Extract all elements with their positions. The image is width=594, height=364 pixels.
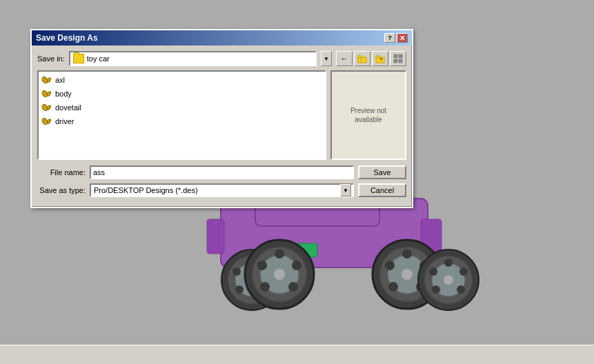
file-name-driver: driver	[55, 117, 75, 125]
file-name-axl: axl	[55, 76, 65, 84]
svg-point-36	[257, 261, 267, 270]
view-icon: ▼	[393, 54, 403, 63]
svg-point-27	[232, 267, 241, 276]
up-folder-button[interactable]: ↑	[354, 51, 370, 66]
svg-point-59	[47, 119, 52, 124]
list-item[interactable]: driver	[40, 114, 324, 128]
type-select-value: Pro/DESKTOP Designs (*.des)	[92, 186, 340, 194]
svg-text:▼: ▼	[402, 56, 403, 61]
title-bar-title-area: Save Design As	[36, 33, 98, 43]
svg-point-55	[47, 91, 52, 97]
save-as-type-row: Save as type: Pro/DESKTOP Designs (*.des…	[37, 183, 406, 197]
svg-point-57	[47, 105, 52, 110]
file-icon	[41, 74, 52, 85]
file-name-label: File name:	[37, 168, 86, 176]
preview-box: Preview not available	[330, 70, 406, 160]
file-name-dovetail: dovetail	[55, 103, 81, 112]
preview-text: Preview not available	[336, 106, 401, 124]
svg-point-9	[385, 261, 395, 270]
title-bar: Save Design As ? ✕	[32, 30, 412, 46]
taskbar	[0, 345, 594, 364]
close-button[interactable]: ✕	[397, 33, 408, 43]
type-select[interactable]: Pro/DESKTOP Designs (*.des) ▼	[90, 183, 354, 197]
cancel-button[interactable]: Cancel	[358, 183, 406, 197]
file-name-row: File name: Save	[37, 165, 406, 179]
main-area: axl body	[37, 70, 406, 160]
svg-point-40	[274, 269, 285, 280]
file-icon	[41, 88, 52, 99]
dialog-title: Save Design As	[36, 33, 98, 43]
svg-point-19	[432, 285, 440, 294]
svg-rect-3	[207, 219, 224, 254]
title-bar-controls: ? ✕	[384, 33, 408, 43]
file-name-body: body	[55, 90, 72, 98]
folder-icon	[73, 54, 84, 63]
file-icon	[41, 102, 52, 113]
svg-point-20	[457, 285, 465, 294]
type-dropdown-arrow[interactable]: ▼	[340, 184, 351, 196]
new-folder-icon: +	[375, 54, 385, 63]
save-in-label: Save in:	[37, 54, 65, 63]
new-folder-button[interactable]: +	[372, 51, 388, 66]
svg-point-53	[47, 77, 52, 83]
dialog-content: Save in: toy car ▼ ← ↑	[32, 46, 412, 207]
list-item[interactable]: body	[40, 87, 324, 101]
list-item[interactable]: dovetail	[40, 101, 324, 114]
svg-point-18	[429, 267, 437, 276]
svg-text:+: +	[379, 56, 383, 63]
file-name-input[interactable]	[90, 165, 354, 179]
svg-point-37	[260, 282, 270, 292]
save-in-row: Save in: toy car ▼ ← ↑	[37, 51, 406, 66]
file-list[interactable]: axl body	[37, 70, 326, 160]
svg-point-8	[402, 249, 412, 259]
view-options-button[interactable]: ▼	[390, 51, 406, 66]
file-icon	[41, 116, 52, 127]
svg-point-35	[275, 249, 284, 259]
up-folder-icon: ↑	[357, 54, 367, 63]
svg-point-38	[288, 282, 298, 292]
svg-point-39	[292, 261, 301, 270]
toolbar-buttons: ← ↑ +	[336, 51, 406, 66]
svg-rect-47	[394, 54, 397, 58]
svg-point-28	[235, 285, 244, 294]
list-item[interactable]: axl	[40, 73, 324, 87]
svg-point-21	[459, 267, 468, 276]
back-button[interactable]: ←	[336, 51, 353, 66]
folder-name: toy car	[87, 54, 313, 63]
folder-select[interactable]: toy car	[69, 51, 317, 66]
svg-text:↑: ↑	[360, 58, 363, 63]
help-button[interactable]: ?	[384, 33, 395, 43]
save-button[interactable]: Save	[358, 165, 406, 179]
save-dialog: Save Design As ? ✕ Save in: toy car ▼ ←	[30, 29, 413, 208]
svg-point-10	[388, 282, 398, 292]
svg-point-17	[444, 259, 453, 267]
svg-point-13	[402, 269, 413, 280]
svg-rect-49	[394, 59, 397, 63]
svg-point-22	[444, 275, 453, 285]
save-as-type-label: Save as type:	[37, 186, 86, 194]
folder-dropdown-arrow[interactable]: ▼	[321, 51, 332, 66]
